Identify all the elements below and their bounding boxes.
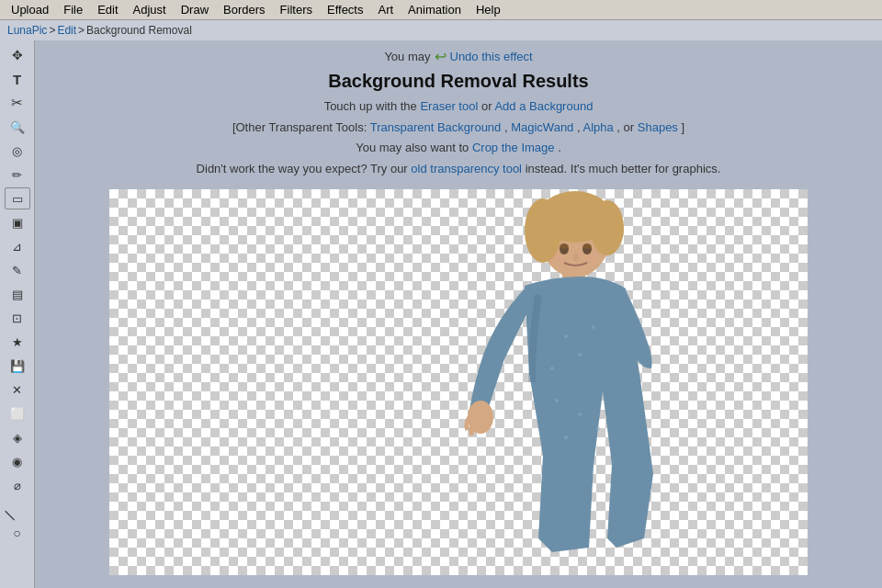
alpha-link[interactable]: Alpha — [582, 120, 613, 134]
svg-point-8 — [550, 367, 554, 370]
tool-clear[interactable]: ⊡ — [5, 307, 30, 329]
tool-eyedropper[interactable]: ⊿ — [5, 235, 30, 257]
svg-point-17 — [582, 243, 592, 249]
tool-move[interactable]: ✥ — [5, 44, 30, 66]
eraser-tool-link[interactable]: Eraser tool — [420, 99, 478, 113]
menu-upload[interactable]: Upload — [4, 1, 56, 18]
line3-suffix: . — [558, 141, 561, 154]
svg-point-10 — [555, 399, 559, 402]
info-line-3: You may also want to Crop the Image . — [356, 139, 561, 157]
tool-filmstrip[interactable]: ▤ — [5, 283, 30, 305]
tool-text[interactable]: T — [5, 68, 30, 90]
menubar: Upload File Edit Adjust Draw Borders Fil… — [0, 0, 882, 20]
menu-file[interactable]: File — [56, 1, 90, 18]
tool-save[interactable]: 💾 — [5, 355, 30, 377]
content-area: You may ↩ Undo this effect Background Re… — [35, 40, 882, 588]
svg-point-20 — [585, 254, 598, 263]
menu-adjust[interactable]: Adjust — [126, 1, 174, 18]
menu-help[interactable]: Help — [469, 1, 508, 18]
crop-image-link[interactable]: Crop the Image — [472, 141, 555, 154]
breadcrumb-sep1: > — [49, 24, 55, 37]
undo-bar: You may ↩ Undo this effect — [384, 48, 532, 65]
main-layout: ✥ T ✂ 🔍 ◎ ✏ ▭ ▣ ⊿ ✎ ▤ ⊡ ★ 💾 ✕ ⬜ ◈ ◉ ⌀ | … — [0, 40, 882, 588]
tool-circle[interactable]: ○ — [5, 522, 30, 544]
breadcrumb-edit[interactable]: Edit — [57, 24, 76, 37]
info-line-1: Touch up with the Eraser tool or Add a B… — [324, 97, 594, 116]
svg-point-18 — [573, 254, 579, 261]
old-transparency-link[interactable]: old transparency tool — [411, 162, 522, 175]
breadcrumb-lunapic[interactable]: LunaPic — [7, 24, 47, 37]
line4-suffix: instead. It's much better for graphics. — [526, 162, 721, 175]
svg-point-12 — [596, 426, 600, 430]
svg-point-2 — [525, 198, 561, 263]
tool-scissors[interactable]: ✂ — [5, 92, 30, 114]
menu-borders[interactable]: Borders — [216, 1, 273, 18]
line1-mid: or — [481, 99, 494, 113]
tool-eraser[interactable]: ▭ — [5, 187, 30, 209]
line2-or: , or — [616, 120, 637, 134]
info-line-4: Didn't work the way you expect? Try our … — [197, 160, 721, 178]
tool-brush[interactable]: ✏ — [5, 164, 30, 186]
tool-frame[interactable]: ⬜ — [5, 402, 30, 424]
menu-draw[interactable]: Draw — [174, 1, 216, 18]
undo-icon: ↩ — [435, 48, 447, 65]
menu-effects[interactable]: Effects — [320, 1, 371, 18]
line2-prefix: [Other Transparent Tools: — [232, 120, 367, 134]
svg-point-13 — [564, 435, 568, 439]
menu-animation[interactable]: Animation — [401, 1, 469, 18]
breadcrumb-current: Background Removal — [86, 24, 192, 37]
svg-point-7 — [578, 353, 582, 356]
line2-suffix: ] — [681, 120, 684, 134]
svg-point-11 — [578, 413, 582, 416]
tool-line[interactable]: | — [0, 492, 34, 526]
magic-wand-link[interactable]: MagicWand — [511, 120, 573, 134]
svg-point-6 — [564, 334, 568, 338]
tool-fill[interactable]: ▣ — [5, 211, 30, 233]
breadcrumb: LunaPic > Edit > Background Removal — [0, 20, 882, 40]
add-background-link[interactable]: Add a Background — [494, 99, 593, 113]
transparent-bg-link[interactable]: Transparent Background — [370, 120, 502, 134]
tool-delete[interactable]: ✕ — [5, 379, 30, 401]
svg-point-3 — [591, 200, 624, 255]
tool-pencil[interactable]: ✎ — [5, 259, 30, 281]
line1-prefix: Touch up with the — [324, 99, 417, 113]
tool-sticker[interactable]: ◉ — [5, 450, 30, 472]
menu-edit[interactable]: Edit — [90, 1, 125, 18]
info-line-2: [Other Transparent Tools: Transparent Ba… — [232, 119, 684, 137]
breadcrumb-sep2: > — [78, 24, 85, 37]
menu-filters[interactable]: Filters — [273, 1, 320, 18]
undo-link[interactable]: Undo this effect — [450, 50, 533, 63]
shapes-link[interactable]: Shapes — [638, 120, 678, 134]
person-figure — [396, 189, 708, 575]
tool-zoom[interactable]: 🔍 — [5, 116, 30, 138]
line3-prefix: You may also want to — [356, 141, 469, 154]
tool-effects[interactable]: ★ — [5, 331, 30, 353]
toolbar: ✥ T ✂ 🔍 ◎ ✏ ▭ ▣ ⊿ ✎ ▤ ⊡ ★ 💾 ✕ ⬜ ◈ ◉ ⌀ | … — [0, 40, 35, 588]
svg-point-19 — [553, 254, 566, 263]
menu-art[interactable]: Art — [370, 1, 401, 18]
results-heading: Background Removal Results — [328, 71, 588, 92]
svg-point-9 — [592, 325, 595, 329]
tool-stamp[interactable]: ◈ — [5, 426, 30, 448]
svg-point-16 — [560, 243, 569, 249]
line4-prefix: Didn't work the way you expect? Try our — [197, 162, 408, 175]
tool-lasso[interactable]: ◎ — [5, 140, 30, 162]
undo-prefix: You may — [384, 50, 430, 63]
image-canvas — [109, 189, 808, 575]
